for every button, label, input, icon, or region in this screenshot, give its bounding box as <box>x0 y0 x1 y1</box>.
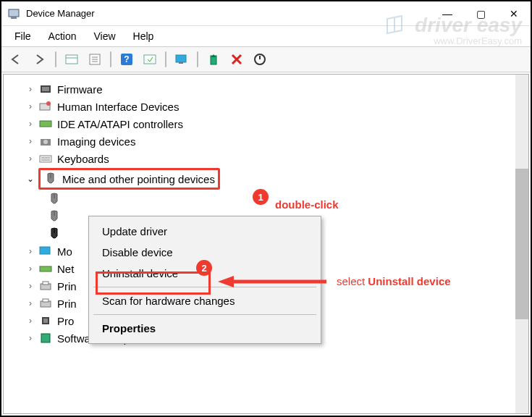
mouse-icon <box>47 193 62 206</box>
chevron-down-icon: ⌄ <box>22 174 38 184</box>
software-icon <box>38 332 53 345</box>
svg-rect-10 <box>144 55 156 64</box>
toolbar-sep <box>55 51 56 67</box>
cpu-icon <box>38 314 53 327</box>
menu-view[interactable]: View <box>85 28 124 45</box>
svg-rect-12 <box>179 62 183 64</box>
mouse-icon <box>43 172 58 185</box>
firmware-icon <box>38 83 53 96</box>
show-hidden-button[interactable] <box>61 49 83 70</box>
tree-item-imaging[interactable]: › Imaging devices <box>7 132 528 150</box>
rescan-button[interactable] <box>249 49 271 70</box>
ide-icon <box>38 117 53 130</box>
chevron-right-icon: › <box>22 264 38 274</box>
ctx-update-driver[interactable]: Update driver <box>89 221 321 242</box>
scan-button[interactable] <box>139 49 161 70</box>
svg-rect-34 <box>43 299 48 302</box>
svg-rect-36 <box>43 319 48 323</box>
close-button[interactable]: ✕ <box>497 3 531 25</box>
svg-rect-2 <box>66 55 77 64</box>
annotation-text-2: select Uninstall device <box>337 275 451 287</box>
annotation-text-1: double-click <box>275 198 339 211</box>
app-icon <box>7 7 20 20</box>
svg-rect-19 <box>40 121 51 127</box>
tree-item-ide[interactable]: › IDE ATA/ATAPI controllers <box>7 115 528 132</box>
svg-point-18 <box>46 101 51 106</box>
svg-rect-16 <box>42 87 49 91</box>
svg-point-21 <box>43 140 48 144</box>
highlight-box-1: Mice and other pointing devices <box>38 168 220 190</box>
tree-item-firmware[interactable]: › Firmware <box>7 80 528 98</box>
monitor-icon <box>38 245 53 258</box>
svg-rect-32 <box>43 282 48 285</box>
svg-rect-0 <box>9 9 19 17</box>
toolbar: ? <box>1 46 531 72</box>
toolbar-sep <box>197 51 198 67</box>
help-button[interactable]: ? <box>116 49 138 70</box>
device-tree: › Firmware › Human Interface Devices › I… <box>4 75 528 347</box>
minimize-button[interactable]: — <box>431 3 464 25</box>
svg-rect-30 <box>40 266 51 271</box>
toolbar-sep <box>110 51 111 67</box>
network-icon <box>38 262 53 275</box>
mouse-icon <box>47 210 62 223</box>
annotation-badge-2: 2 <box>196 260 212 276</box>
chevron-right-icon: › <box>22 298 38 308</box>
titlebar: Device Manager — ▢ ✕ <box>1 1 531 26</box>
forward-button[interactable] <box>29 49 51 70</box>
menu-action[interactable]: Action <box>40 28 85 45</box>
chevron-right-icon: › <box>22 153 38 164</box>
ctx-properties[interactable]: Properties <box>89 318 321 339</box>
chevron-right-icon: › <box>22 119 38 129</box>
maximize-button[interactable]: ▢ <box>464 3 497 25</box>
properties-button[interactable] <box>84 49 106 70</box>
ctx-separator <box>93 314 316 315</box>
tree-item-hid[interactable]: › Human Interface Devices <box>7 98 528 115</box>
uninstall-button[interactable] <box>226 49 248 70</box>
mouse-icon <box>47 227 62 240</box>
printer-icon <box>38 297 53 310</box>
tree-item-mice[interactable]: ⌄ Mice and other pointing devices <box>7 167 528 190</box>
display-button[interactable] <box>171 49 193 70</box>
chevron-right-icon: › <box>22 333 38 343</box>
chevron-right-icon: › <box>22 136 38 146</box>
window-title: Device Manager <box>26 8 431 19</box>
window-controls: — ▢ ✕ <box>431 3 531 25</box>
ctx-scan-hardware[interactable]: Scan for hardware changes <box>89 290 321 311</box>
svg-rect-1 <box>11 17 17 19</box>
svg-rect-29 <box>40 247 50 254</box>
device-tree-pane: › Firmware › Human Interface Devices › I… <box>3 74 529 414</box>
annotation-badge-1: 1 <box>253 189 269 205</box>
chevron-right-icon: › <box>22 84 38 94</box>
toolbar-sep <box>165 51 166 67</box>
annotation-arrow <box>218 274 326 289</box>
tree-item-keyboards[interactable]: › Keyboards <box>7 150 528 167</box>
printer-icon <box>38 279 53 292</box>
menu-bar: File Action View Help <box>1 26 531 46</box>
keyboard-icon <box>38 152 53 165</box>
svg-rect-11 <box>176 55 186 62</box>
chevron-right-icon: › <box>22 101 38 111</box>
svg-rect-37 <box>41 334 50 342</box>
svg-text:?: ? <box>124 54 129 64</box>
menu-file[interactable]: File <box>6 28 40 45</box>
chevron-right-icon: › <box>22 281 38 291</box>
chevron-right-icon: › <box>22 246 38 256</box>
menu-help[interactable]: Help <box>124 28 163 45</box>
hid-icon <box>38 100 53 113</box>
update-button[interactable] <box>203 49 224 70</box>
svg-rect-22 <box>40 156 51 162</box>
camera-icon <box>38 135 53 148</box>
back-button[interactable] <box>6 49 28 70</box>
chevron-right-icon: › <box>22 316 38 326</box>
